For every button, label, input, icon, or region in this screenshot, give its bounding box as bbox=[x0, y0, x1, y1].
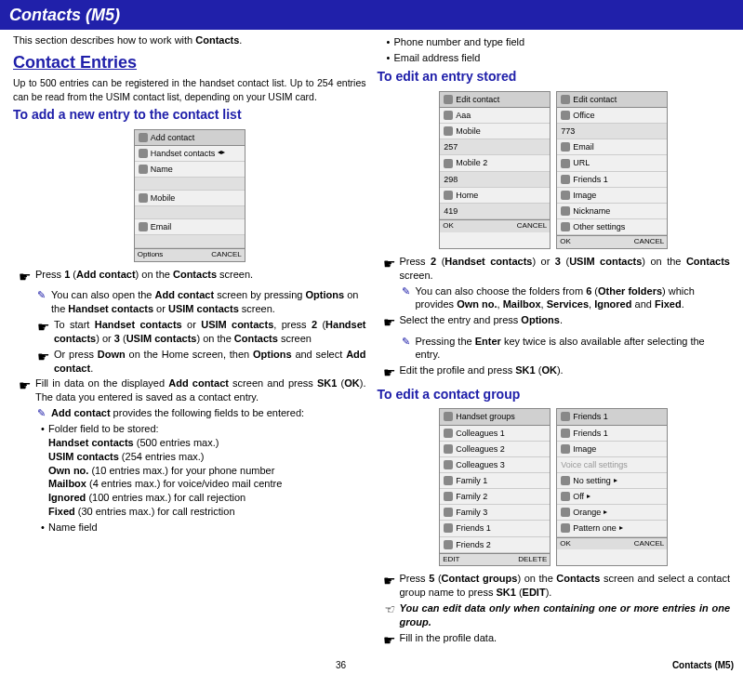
page-number: 36 bbox=[9, 659, 672, 672]
screen-row: Image bbox=[557, 442, 667, 457]
screen-footer: OKCANCEL bbox=[557, 537, 667, 550]
left-column: This section describes how to work with … bbox=[7, 30, 372, 655]
sub-icon: ✎ bbox=[37, 288, 51, 316]
screen-row: Mobile bbox=[135, 191, 245, 206]
row-icon bbox=[561, 508, 570, 517]
page-header: Contacts (M5) bbox=[0, 0, 743, 30]
screen-row: Orange▸ bbox=[557, 505, 667, 521]
screen-row: Friends 1 bbox=[557, 172, 667, 188]
screen-title: Edit contact bbox=[557, 92, 667, 108]
row-icon bbox=[444, 191, 453, 200]
bullet-icon: • bbox=[37, 422, 48, 519]
row-icon bbox=[561, 175, 570, 184]
row-icon bbox=[561, 159, 570, 168]
sub-item: ✎ You can also open the Add contact scre… bbox=[37, 288, 366, 316]
subsection-add: To add a new entry to the contact list bbox=[13, 106, 366, 124]
row-icon bbox=[561, 191, 570, 200]
main-content: This section describes how to work with … bbox=[0, 30, 743, 655]
footer-section: Contacts (M5) bbox=[672, 659, 734, 672]
sub-item: ✎ Add contact provides the following fie… bbox=[37, 406, 366, 420]
screen-row: Colleagues 3 bbox=[440, 457, 550, 473]
bullet-icon: • bbox=[383, 35, 394, 49]
screen-row bbox=[135, 178, 245, 191]
screen-row: 257 bbox=[440, 139, 550, 155]
screen-row: Family 2 bbox=[440, 489, 550, 505]
row-icon bbox=[444, 540, 453, 549]
sub-icon: ✎ bbox=[402, 284, 416, 312]
title-icon bbox=[561, 95, 570, 104]
row-icon bbox=[561, 142, 570, 152]
right-column: • Phone number and type field • Email ad… bbox=[372, 30, 736, 655]
edit-figure: Edit contact Aaa Mobile 257 Mobile 2 298… bbox=[378, 91, 731, 249]
screen-row: Colleagues 2 bbox=[440, 442, 550, 457]
row-icon bbox=[561, 444, 570, 454]
add-contact-figure: Add contact Handset contacts◂▸ Name Mobi… bbox=[13, 129, 366, 263]
step-item: ☛ Press 5 (Contact groups) on the Contac… bbox=[383, 572, 731, 600]
title-icon bbox=[444, 95, 453, 104]
intro-text: This section describes how to work with … bbox=[13, 33, 366, 47]
screen-title: Edit contact bbox=[440, 92, 550, 108]
screen-footer: EDITDELETE bbox=[440, 553, 550, 566]
bullet-item: • Folder field to be stored: Handset con… bbox=[37, 422, 366, 519]
subsection-edit: To edit an entry stored bbox=[378, 68, 731, 86]
screen-footer: OKCANCEL bbox=[557, 235, 667, 248]
screen-row: Nickname bbox=[557, 204, 667, 219]
screen-row: Off▸ bbox=[557, 489, 667, 505]
screen-row: Email bbox=[135, 219, 245, 235]
row-icon bbox=[444, 159, 453, 168]
screen-title: Handset groups bbox=[440, 409, 550, 425]
row-icon bbox=[444, 444, 453, 454]
phone-screen-add: Add contact Handset contacts◂▸ Name Mobi… bbox=[134, 129, 245, 263]
note-icon: ☜ bbox=[383, 601, 400, 629]
row-icon bbox=[561, 222, 570, 231]
row-icon bbox=[561, 523, 570, 533]
page-footer: 36 Contacts (M5) bbox=[0, 655, 743, 676]
bullet-item: • Name field bbox=[37, 521, 366, 535]
step-item: ☛ Fill in data on the displayed Add cont… bbox=[19, 376, 366, 404]
sub-icon: ✎ bbox=[402, 335, 416, 363]
hand-icon: ☛ bbox=[19, 376, 35, 395]
screen-row: Other settings bbox=[557, 219, 667, 235]
step-item: ☛ Press 1 (Add contact) on the Contacts … bbox=[19, 268, 366, 286]
row-icon bbox=[444, 476, 453, 485]
screen-row: Friends 2 bbox=[440, 537, 550, 553]
hand-icon: ☛ bbox=[383, 363, 400, 382]
step-item: ☛ Select the entry and press Options. bbox=[383, 313, 731, 332]
title-icon bbox=[561, 412, 570, 421]
step-item: ☛ Edit the profile and press SK1 (OK). bbox=[383, 363, 731, 382]
row-icon bbox=[139, 165, 148, 174]
screen-row: No setting▸ bbox=[557, 473, 667, 489]
row-icon bbox=[139, 149, 148, 158]
sub-icon: ✎ bbox=[37, 406, 51, 420]
bullet-icon: • bbox=[37, 521, 48, 535]
row-icon bbox=[561, 429, 570, 438]
screen-row: Mobile 2 bbox=[440, 155, 550, 171]
screen-title: Friends 1 bbox=[557, 409, 667, 425]
row-icon bbox=[561, 476, 570, 485]
screen-row: Family 3 bbox=[440, 505, 550, 521]
row-icon bbox=[561, 206, 570, 216]
row-icon bbox=[444, 508, 453, 517]
screen-row: Image bbox=[557, 188, 667, 204]
screen-row: Pattern one▸ bbox=[557, 521, 667, 536]
section-heading: Contact Entries bbox=[13, 51, 366, 73]
screen-footer: OptionsCANCEL bbox=[135, 248, 245, 261]
screen-row: Handset contacts◂▸ bbox=[135, 146, 245, 162]
row-icon bbox=[139, 193, 148, 203]
folder-label: Folder field to be stored: bbox=[48, 423, 159, 434]
row-icon bbox=[444, 460, 453, 469]
screen-row: 773 bbox=[557, 124, 667, 139]
screen-row bbox=[135, 206, 245, 219]
hand-icon: ☛ bbox=[37, 318, 54, 337]
step-item: ☛ Fill in the profile data. bbox=[383, 631, 731, 650]
arrows-icon: ▸ bbox=[619, 523, 623, 534]
hand-icon: ☛ bbox=[383, 572, 400, 590]
bullet-icon: • bbox=[383, 51, 394, 65]
screen-row bbox=[135, 235, 245, 248]
phone-screen-grp1: Handset groups Colleagues 1 Colleagues 2… bbox=[439, 408, 551, 566]
deep-item: ☛ To start Handset contacts or USIM cont… bbox=[37, 318, 366, 346]
screen-row: Aaa bbox=[440, 108, 550, 124]
screen-row: Name bbox=[135, 162, 245, 178]
row-icon bbox=[561, 111, 570, 120]
screen-row: URL bbox=[557, 155, 667, 171]
